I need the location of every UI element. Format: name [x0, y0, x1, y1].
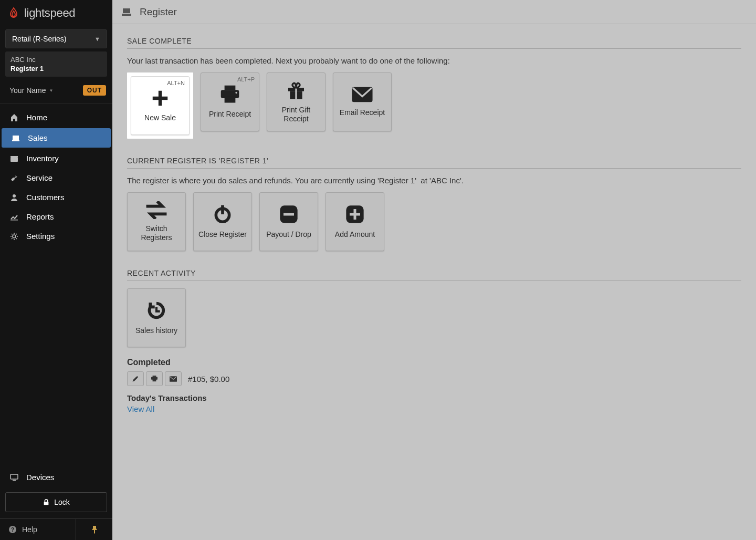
- home-icon: [9, 113, 19, 122]
- register-icon: [122, 7, 132, 17]
- tile-print-receipt[interactable]: ALT+P Print Receipt: [201, 72, 259, 131]
- user-row: Your Name ▼ OUT: [0, 81, 112, 103]
- svg-rect-16: [225, 97, 236, 103]
- org-register-block[interactable]: ABC Inc Register 1: [5, 51, 107, 77]
- highlight-new-sale: ALT+N New Sale: [127, 72, 193, 139]
- plus-square-icon: [344, 204, 365, 225]
- nav-inventory-label: Inventory: [26, 154, 59, 163]
- primary-nav: Home Sales Inventory Service Customers R…: [0, 103, 112, 468]
- nav-service-label: Service: [26, 173, 52, 182]
- view-all-link[interactable]: View All: [127, 404, 741, 413]
- svg-rect-5: [10, 220, 18, 221]
- chevron-down-icon: ▼: [94, 36, 100, 42]
- lock-button[interactable]: Lock: [5, 492, 107, 512]
- recent-tiles: Sales history: [127, 288, 741, 347]
- completed-heading: Completed: [127, 358, 741, 367]
- tile-payout-drop[interactable]: Payout / Drop: [259, 192, 318, 251]
- main: Register SALE COMPLETE Your last transac…: [112, 0, 756, 540]
- svg-rect-1: [12, 140, 19, 141]
- lock-icon: [43, 499, 50, 506]
- swap-icon: [145, 201, 168, 219]
- section-sale-complete-subtext: Your last transaction has been completed…: [127, 56, 741, 65]
- pencil-icon: [132, 376, 139, 382]
- tile-add-amount[interactable]: Add Amount: [326, 192, 384, 251]
- print-txn-button[interactable]: [146, 371, 163, 386]
- section-current-register-subtext: The register is where you do sales and r…: [127, 176, 741, 185]
- inventory-icon: [9, 154, 19, 163]
- clock-out-badge[interactable]: OUT: [83, 85, 106, 96]
- svg-rect-31: [153, 379, 156, 381]
- sidebar: lightspeed Retail (R-Series) ▼ ABC Inc R…: [0, 0, 112, 540]
- question-icon: ?: [8, 525, 17, 534]
- nav-service[interactable]: Service: [0, 168, 112, 188]
- gift-icon: [286, 80, 307, 100]
- power-icon: [213, 204, 233, 225]
- section-current-register-heading: CURRENT REGISTER IS 'REGISTER 1': [127, 157, 741, 169]
- register-name: Register 1: [10, 65, 102, 72]
- register-icon: [11, 134, 20, 142]
- svg-rect-3: [10, 156, 18, 157]
- brand-logo: lightspeed: [0, 0, 112, 27]
- tile-email-receipt[interactable]: Email Receipt: [333, 72, 392, 131]
- email-txn-button[interactable]: [165, 371, 182, 386]
- help-button[interactable]: ? Help: [0, 519, 76, 540]
- nav-home[interactable]: Home: [0, 108, 112, 127]
- svg-rect-12: [123, 8, 130, 13]
- svg-rect-2: [10, 157, 18, 162]
- caret-down-icon: ▼: [49, 88, 54, 93]
- company-name: ABC Inc: [10, 56, 102, 64]
- user-name-label: Your Name: [9, 86, 46, 95]
- monitor-icon: [9, 473, 19, 482]
- nav-settings[interactable]: Settings: [0, 226, 112, 246]
- help-row: ? Help: [0, 518, 112, 540]
- printer-icon: [219, 85, 241, 105]
- svg-point-17: [235, 92, 237, 94]
- nav-customers[interactable]: Customers: [0, 188, 112, 207]
- register-tiles: Switch Registers Close Register Payout /…: [127, 192, 741, 251]
- gear-icon: [9, 232, 19, 241]
- svg-point-6: [13, 235, 16, 238]
- shortcut-label: ALT+P: [237, 76, 255, 82]
- product-selector-label: Retail (R-Series): [12, 35, 66, 43]
- svg-rect-28: [354, 209, 356, 220]
- tile-switch-registers[interactable]: Switch Registers: [127, 192, 186, 251]
- user-menu[interactable]: Your Name ▼: [9, 86, 53, 95]
- svg-rect-29: [153, 376, 156, 377]
- brand-text: lightspeed: [24, 6, 75, 20]
- chart-icon: [9, 213, 19, 221]
- topbar: Register: [112, 0, 756, 24]
- pin-button[interactable]: [76, 519, 112, 540]
- sidebar-bottom: Devices Lock ? Help: [0, 468, 112, 540]
- svg-rect-14: [225, 86, 236, 90]
- section-sale-complete-heading: SALE COMPLETE: [127, 37, 741, 49]
- section-recent-heading: RECENT ACTIVITY: [127, 269, 741, 281]
- svg-rect-8: [13, 480, 16, 481]
- tile-new-sale[interactable]: ALT+N New Sale: [131, 76, 190, 135]
- edit-txn-button[interactable]: [127, 371, 144, 386]
- help-label: Help: [22, 525, 37, 534]
- tile-close-register[interactable]: Close Register: [193, 192, 252, 251]
- tile-print-gift-receipt[interactable]: Print Gift Receipt: [267, 72, 326, 131]
- printer-icon: [151, 376, 158, 382]
- tile-label: Switch Registers: [131, 224, 182, 243]
- shortcut-label: ALT+N: [167, 80, 185, 86]
- product-selector[interactable]: Retail (R-Series) ▼: [5, 29, 107, 48]
- svg-text:?: ?: [11, 527, 14, 533]
- tile-label: Close Register: [198, 230, 247, 240]
- tile-label: Payout / Drop: [266, 230, 311, 240]
- svg-rect-13: [122, 14, 131, 16]
- history-icon: [146, 300, 167, 321]
- svg-rect-9: [44, 502, 49, 505]
- completed-row: #105, $0.00: [127, 371, 741, 386]
- svg-rect-7: [10, 474, 18, 479]
- nav-inventory[interactable]: Inventory: [0, 149, 112, 168]
- pin-icon: [91, 525, 98, 534]
- tile-label: Sales history: [135, 326, 177, 336]
- nav-sales[interactable]: Sales: [2, 128, 111, 148]
- nav-reports[interactable]: Reports: [0, 207, 112, 226]
- nav-devices[interactable]: Devices: [0, 468, 112, 487]
- tile-label: Print Gift Receipt: [270, 106, 322, 124]
- svg-rect-25: [284, 213, 294, 216]
- tile-sales-history[interactable]: Sales history: [127, 288, 186, 347]
- today-transactions-heading: Today's Transactions: [127, 393, 741, 402]
